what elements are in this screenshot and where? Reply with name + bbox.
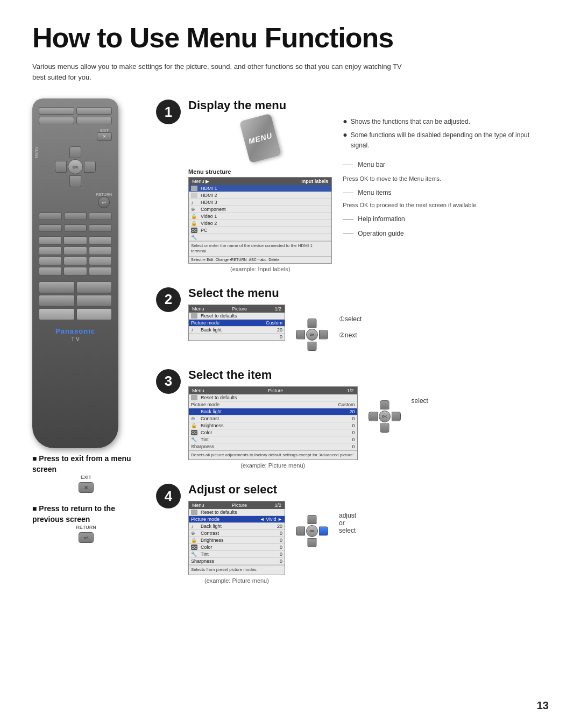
screen4-icon-6: CC <box>191 545 197 550</box>
wide-btn-1[interactable] <box>39 281 75 293</box>
wide-btn-6[interactable] <box>76 308 112 320</box>
dpad-down[interactable] <box>69 175 81 187</box>
step-2-dpad-right[interactable] <box>319 330 328 339</box>
step-3-dpad-ok[interactable]: OK <box>379 411 391 422</box>
step-3-dpad-left[interactable] <box>369 412 378 421</box>
step-3-number: 3 <box>156 369 181 394</box>
remote-btn-3[interactable] <box>39 117 74 124</box>
screen1-row-hdmi2: HDMI 2 <box>189 192 331 199</box>
screen4-row-picturemode: Picture mode ◄ Vivid ► <box>189 516 285 523</box>
screen2-header-left: Menu <box>192 306 204 312</box>
step-2-dpad-up[interactable] <box>308 319 317 328</box>
wide-btn-2[interactable] <box>76 281 112 293</box>
mid-buttons-row2 <box>39 224 112 232</box>
num-5[interactable] <box>63 246 87 255</box>
dpad-ok[interactable]: OK <box>68 159 83 174</box>
wide-buttons <box>39 281 112 322</box>
screen3-row-picturemode: Picture mode Custom <box>189 401 357 408</box>
mid-btn-1[interactable] <box>39 213 62 220</box>
screen4-label-2: Picture mode <box>191 517 257 522</box>
step-4-dpad-left[interactable] <box>296 527 305 536</box>
screen1-row-hdmi1: HDMI 1 <box>189 185 331 192</box>
remote-btn-1[interactable] <box>39 107 74 115</box>
num-8[interactable] <box>63 257 87 265</box>
step-2-title: Select the menu <box>188 286 549 300</box>
step-3-dpad-up[interactable] <box>380 400 389 409</box>
num-4[interactable] <box>39 246 62 255</box>
mid-buttons-row1 <box>39 213 112 220</box>
num-2[interactable] <box>63 236 87 245</box>
screen1-icon-8: 🔧 <box>191 235 197 240</box>
screen3-value-8: 0 <box>352 444 355 449</box>
screen4-value-5: 0 <box>280 538 282 543</box>
mid-btn-4[interactable] <box>39 224 62 232</box>
dpad-left[interactable] <box>55 161 67 173</box>
step-2-dpad-down[interactable] <box>308 342 317 351</box>
screen4-header-right: Picture <box>232 503 247 508</box>
screen1-guide: Select ⇒ Edit Change •RETURN ABC→abc Del… <box>189 256 331 263</box>
remote-btn-4[interactable] <box>76 117 112 124</box>
step-3-dpad-right[interactable] <box>392 412 401 421</box>
screen2-value-4: 0 <box>280 334 282 340</box>
exit-note-btn[interactable]: ✕ <box>79 482 94 493</box>
annot-menubar-label: Menu bar <box>358 160 385 170</box>
return-button[interactable]: ↩ <box>98 196 110 208</box>
screen4-row-backlight: ♪ Back light 20 <box>189 523 285 530</box>
dpad-up[interactable] <box>69 146 81 158</box>
num-6[interactable] <box>89 246 112 255</box>
remote-top-buttons <box>39 107 112 124</box>
screen4-label-7: Tint <box>201 552 277 557</box>
exit-button[interactable]: ✕ <box>97 132 112 141</box>
screen1-label-4: Component <box>201 207 329 212</box>
step-4-dpad-up[interactable] <box>308 515 317 524</box>
screen2-label-3: Back light <box>201 327 274 333</box>
mid-btn-2[interactable] <box>64 213 87 220</box>
annot-help-label: Help information <box>358 214 405 224</box>
step-3-dpad-down[interactable] <box>380 423 389 433</box>
num-0a[interactable] <box>39 267 62 275</box>
bullet-dot-2: ● <box>343 130 347 139</box>
num-1[interactable] <box>39 236 62 245</box>
step-1-section: 1 Display the menu MENU Menu structure <box>156 98 549 272</box>
step-4-dpad-right[interactable] <box>319 527 328 536</box>
step-2-dpad-left[interactable] <box>296 330 305 339</box>
screen2-row-reset: Reset to defaults <box>189 313 285 320</box>
remote-column: EXIT ✕ MENU OK RETURN ↩ <box>32 98 140 554</box>
screen3-value-7: 0 <box>352 437 355 442</box>
step-4-section: 4 Adjust or select Menu Picture 1/2 <box>156 483 549 583</box>
wide-btn-5[interactable] <box>39 308 75 320</box>
screen2-row-backlight: ♪ Back light 20 <box>189 327 285 334</box>
remote-btn-2[interactable] <box>76 107 112 115</box>
exit-note-icon-area: EXIT ✕ <box>32 475 140 493</box>
num-0b[interactable] <box>63 267 87 275</box>
step3-example-caption: (example: Picture menu) <box>188 462 358 469</box>
step-4-dpad: OK <box>296 515 328 547</box>
num-3[interactable] <box>89 236 112 245</box>
note-exit-text: ■ Press to exit from a menu screen <box>32 454 140 475</box>
mid-btn-3[interactable] <box>89 213 112 220</box>
step-2-dpad-ok[interactable]: OK <box>306 329 318 341</box>
dpad-right[interactable] <box>84 161 96 173</box>
screen1-row-video1: 🔒 Video 1 <box>189 213 331 220</box>
screen3-label-6: Color <box>201 430 349 435</box>
screen4-value-2: ◄ Vivid ► <box>260 517 282 522</box>
screen2-row-empty: 0 <box>189 334 285 341</box>
return-note-btn[interactable]: ↩ <box>79 532 94 543</box>
num-0c[interactable] <box>89 267 112 275</box>
mid-btn-5[interactable] <box>64 224 87 232</box>
step-4-dpad-ok[interactable]: OK <box>306 525 318 537</box>
mid-btn-6[interactable] <box>89 224 112 232</box>
num-7[interactable] <box>39 257 62 265</box>
annot-operation-label: Operation guide <box>358 229 403 239</box>
num-9[interactable] <box>89 257 112 265</box>
exit-note-label: EXIT <box>81 475 91 480</box>
wide-btn-3[interactable] <box>39 295 75 307</box>
step-4-dpad-down[interactable] <box>308 538 317 547</box>
screen4-icon-5: 🔒 <box>191 538 197 543</box>
screen3-label-7: Tint <box>201 437 349 442</box>
step-4-annot3: select <box>339 527 356 534</box>
screen1-row-pc: CC PC <box>189 227 331 234</box>
screen2-header-page: 1/2 <box>274 306 281 312</box>
step-2-number: 2 <box>156 287 181 312</box>
wide-btn-4[interactable] <box>76 295 112 307</box>
